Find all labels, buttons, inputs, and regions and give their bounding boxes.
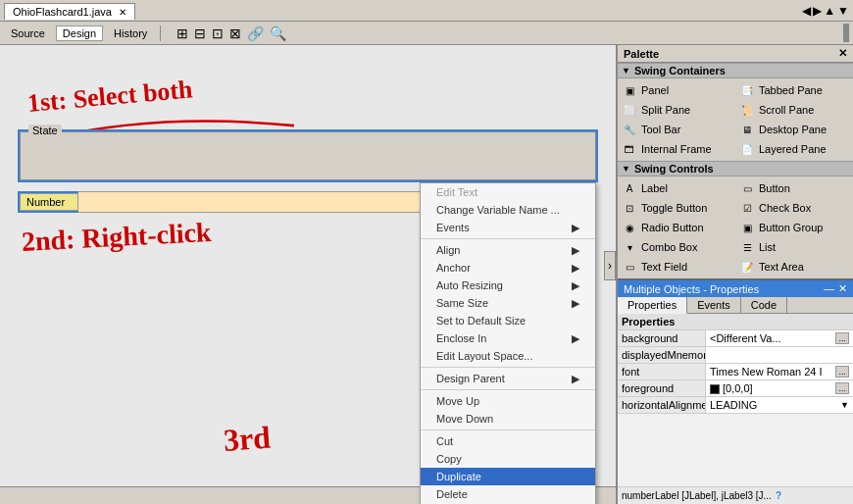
menu-edit-text: Edit Text — [421, 183, 595, 201]
props-footer-text: numberLabel [JLabel], jLabel3 [J... — [622, 490, 772, 501]
nav-icon-3[interactable]: ⊡ — [210, 25, 226, 41]
list-icon: ☰ — [739, 239, 755, 255]
palette-layered-pane[interactable]: 📄 Layered Pane — [735, 139, 853, 159]
palette-split-pane[interactable]: ⬜ Split Pane — [618, 100, 735, 120]
props-minimize-icon[interactable]: — — [824, 282, 834, 295]
combo-box-icon: ▾ — [622, 239, 637, 255]
menu-events[interactable]: Events — [421, 219, 595, 236]
palette-toggle-button[interactable]: ⊡ Toggle Button — [618, 198, 735, 218]
tab-code[interactable]: Code — [741, 297, 787, 313]
palette-internal-frame[interactable]: 🗔 Internal Frame — [618, 139, 735, 159]
scroll-right-icon[interactable]: ▶ — [813, 4, 822, 18]
scroll-left-icon[interactable]: ◀ — [802, 4, 811, 18]
palette-button[interactable]: ▭ Button — [735, 178, 853, 198]
menu-anchor[interactable]: Anchor — [421, 259, 595, 277]
swing-containers-header[interactable]: Swing Containers — [618, 63, 853, 78]
state-label: State — [28, 125, 62, 136]
palette-tool-bar[interactable]: 🔧 Tool Bar — [618, 120, 735, 139]
props-halign-key: horizontalAlignment — [618, 397, 706, 413]
layered-pane-icon: 📄 — [739, 141, 755, 157]
props-foreground-row: foreground [0,0,0] ... — [618, 380, 853, 397]
props-background-btn[interactable]: ... — [835, 332, 849, 344]
props-foreground-btn[interactable]: ... — [835, 382, 849, 394]
canvas-area: 1st: Select both State Numb — [0, 45, 618, 504]
scroll-down-icon[interactable]: ▼ — [837, 4, 849, 18]
palette-header: Palette ✕ — [618, 45, 853, 63]
nav-icon-2[interactable]: ⊟ — [192, 25, 208, 41]
props-close-icon[interactable]: ✕ — [838, 282, 847, 295]
expand-handle[interactable]: › — [604, 251, 616, 280]
halign-dropdown-icon[interactable]: ▼ — [840, 400, 849, 410]
properties-tabs: Properties Events Code — [618, 297, 853, 314]
palette-tabbed-pane[interactable]: 📑 Tabbed Pane — [735, 80, 853, 100]
palette-panel[interactable]: ▣ Panel — [618, 80, 735, 100]
source-nav[interactable]: Source — [4, 25, 52, 41]
text-area-icon: 📝 — [739, 259, 755, 275]
tab-events[interactable]: Events — [687, 297, 741, 313]
titlebar-actions: — ✕ — [824, 282, 847, 295]
panel-resizer[interactable] — [843, 24, 849, 42]
nav-icon-6[interactable]: 🔍 — [268, 25, 288, 41]
props-background-val[interactable]: <Different Va... ... — [706, 330, 853, 346]
menu-sep-1 — [421, 238, 595, 239]
menu-align[interactable]: Align — [421, 241, 595, 259]
menu-move-up[interactable]: Move Up — [421, 392, 595, 410]
palette-text-area[interactable]: 📝 Text Area — [735, 257, 853, 277]
design-canvas[interactable]: 1st: Select both State Numb — [0, 45, 616, 486]
palette-radio-button[interactable]: ◉ Radio Button — [618, 218, 735, 237]
menu-enclose-in[interactable]: Enclose In — [421, 329, 595, 347]
palette-scroll-pane[interactable]: 📜 Scroll Pane — [735, 100, 853, 120]
palette-close-icon[interactable]: ✕ — [838, 47, 847, 60]
scroll-up-icon[interactable]: ▲ — [824, 4, 835, 18]
foreground-color-swatch — [710, 384, 720, 394]
tab-java[interactable]: OhioFlashcard1.java ✕ — [4, 3, 135, 20]
menu-set-default-size[interactable]: Set to Default Size — [421, 312, 595, 329]
menu-duplicate[interactable]: Duplicate — [421, 468, 595, 485]
props-halign-row: horizontalAlignment LEADING ▼ — [618, 397, 853, 414]
props-font-val[interactable]: Times New Roman 24 I ... — [706, 364, 853, 379]
props-foreground-val[interactable]: [0,0,0] ... — [706, 380, 853, 396]
label-icon: A — [622, 180, 637, 196]
history-nav[interactable]: History — [107, 25, 154, 41]
props-mnemonic-val[interactable] — [706, 347, 853, 363]
props-help-icon[interactable]: ? — [776, 490, 781, 501]
menu-same-size[interactable]: Same Size — [421, 294, 595, 312]
props-section-properties: Properties — [618, 314, 853, 330]
palette-combo-box[interactable]: ▾ Combo Box — [618, 237, 735, 257]
menu-copy[interactable]: Copy — [421, 450, 595, 468]
top-arrows: ◀ ▶ ▲ ▼ — [802, 4, 849, 18]
tab-label: OhioFlashcard1.java — [13, 6, 112, 18]
tab-close-icon[interactable]: ✕ — [119, 7, 126, 18]
palette-list[interactable]: ☰ List — [735, 237, 853, 257]
menu-design-parent[interactable]: Design Parent — [421, 370, 595, 387]
state-group[interactable]: State — [20, 131, 596, 180]
menu-edit-layout[interactable]: Edit Layout Space... — [421, 347, 595, 365]
number-label[interactable]: Number — [20, 193, 78, 211]
radio-button-icon: ◉ — [622, 220, 637, 235]
tab-properties[interactable]: Properties — [618, 297, 687, 314]
menu-cut[interactable]: Cut — [421, 432, 595, 450]
nav-icon-5[interactable]: 🔗 — [245, 25, 266, 41]
nav-bar: Source Design History ⊞ ⊟ ⊡ ⊠ 🔗 🔍 — [0, 22, 853, 45]
design-nav[interactable]: Design — [56, 25, 103, 41]
menu-auto-resizing[interactable]: Auto Resizing — [421, 277, 595, 294]
menu-move-down[interactable]: Move Down — [421, 410, 595, 428]
nav-icon-4[interactable]: ⊠ — [227, 25, 243, 41]
swing-controls-header[interactable]: Swing Controls — [618, 161, 853, 176]
palette-check-box[interactable]: ☑ Check Box — [735, 198, 853, 218]
nav-icon-1[interactable]: ⊞ — [175, 25, 190, 41]
properties-footer: numberLabel [JLabel], jLabel3 [J... ? — [618, 486, 853, 504]
palette-button-group[interactable]: ▣ Button Group — [735, 218, 853, 237]
menu-delete[interactable]: Delete — [421, 485, 595, 503]
props-font-btn[interactable]: ... — [835, 366, 849, 378]
palette-text-field[interactable]: ▭ Text Field — [618, 257, 735, 277]
palette-label[interactable]: A Label — [618, 178, 735, 198]
tab-bar: OhioFlashcard1.java ✕ ◀ ▶ ▲ ▼ — [0, 0, 853, 22]
swing-containers-grid: ▣ Panel 📑 Tabbed Pane ⬜ Split Pane 📜 Scr… — [618, 78, 853, 161]
nav-divider — [160, 25, 161, 41]
props-background-row: background <Different Va... ... — [618, 330, 853, 347]
palette-desktop-pane[interactable]: 🖥 Desktop Pane — [735, 120, 853, 139]
props-halign-val[interactable]: LEADING ▼ — [706, 397, 853, 413]
annotation-2: 2nd: Right-click — [21, 217, 212, 258]
menu-change-variable[interactable]: Change Variable Name ... — [421, 201, 595, 219]
